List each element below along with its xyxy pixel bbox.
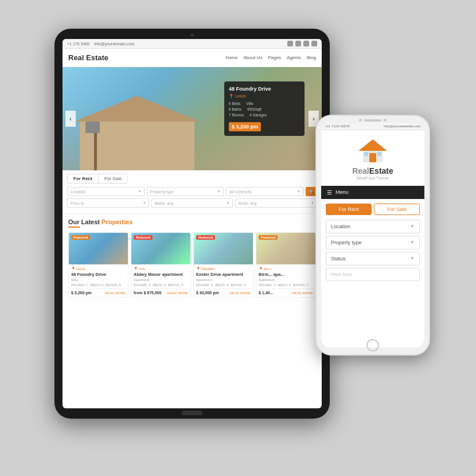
prop-stats-1: ROOMS: 7 BEDS: 6 BATHS: 8 — [71, 283, 126, 287]
prop-location-4: 📍 Birm... — [259, 267, 313, 271]
menu-label: Menu — [335, 189, 349, 195]
property-type-field[interactable]: Property type ▾ — [147, 187, 224, 196]
prop-read-3[interactable]: READ MORE — [230, 291, 251, 295]
phone-logo-text: RealEstate WodPress Theme — [352, 165, 393, 181]
nav-home[interactable]: Home — [225, 55, 237, 60]
property-image-3: Reduced — [194, 233, 253, 264]
property-badge-reduced-3: Reduced — [196, 235, 215, 240]
nav-agents[interactable]: Agents — [287, 55, 301, 60]
prop-name-3: Exeter Drive apartment — [196, 272, 251, 277]
search-tabs: For Rent For Sale — [67, 174, 128, 184]
site-topbar: +1 170 3460 info@yourdomain.com — [63, 39, 322, 49]
hero-property-card: 48 Foundry Drive 📍 Leeds 6 Beds Villa 8 … — [224, 81, 305, 136]
nav-about[interactable]: About Us — [243, 55, 262, 60]
hero-card-stats-row2: 8 Baths 9500sqft — [229, 107, 300, 111]
hero-section: ‹ › 48 Foundry Drive 📍 Leeds 6 Beds Vill… — [63, 67, 322, 170]
hero-card-stats-row1: 6 Beds Villa — [229, 102, 300, 106]
phone-location-dropdown[interactable]: Location ▼ — [326, 220, 420, 233]
prop-rooms-2: ROOMS: 5 — [134, 283, 150, 287]
beds-arrow: ▾ — [311, 201, 314, 205]
topbar-phone: +1 170 3460 — [67, 42, 89, 46]
hero-prev-button[interactable]: ‹ — [65, 111, 76, 127]
nav-blog[interactable]: Blog — [307, 55, 316, 60]
property-badge-featured: Featured — [71, 235, 90, 240]
prop-price-1: $ 3,200 pm — [71, 291, 92, 295]
svg-rect-4 — [377, 152, 381, 156]
prop-location-1: 📍 Leeds — [71, 267, 126, 271]
phone-status-arrow: ▼ — [410, 256, 415, 261]
tablet-screen: +1 170 3460 info@yourdomain.com Real Est… — [63, 39, 322, 408]
phone-property-type-label: Property type — [331, 240, 362, 245]
phone-property-type-dropdown[interactable]: Property type ▼ — [326, 236, 420, 249]
property-badge-featured-4: Featured — [259, 235, 278, 240]
contracts-arrow: ▾ — [298, 189, 300, 194]
phone-camera-dot — [359, 119, 362, 122]
location-label: Location — [71, 190, 85, 194]
contracts-label: All contracts — [229, 190, 251, 194]
price-field[interactable]: Price to ▾ — [67, 198, 149, 208]
linkedin-icon — [311, 41, 317, 46]
phone-home-button[interactable] — [366, 339, 379, 352]
phone-menu-bar[interactable]: ☰ Menu — [321, 186, 424, 199]
tablet-device: +1 170 3460 info@yourdomain.com Real Est… — [54, 29, 330, 419]
phone-price-field[interactable]: Price from — [326, 268, 420, 281]
property-type-label: Property type — [150, 190, 174, 194]
section-divider — [68, 227, 80, 228]
prop-baths-1: BATHS: 8 — [106, 283, 120, 287]
prop-read-2[interactable]: READ MORE — [167, 291, 188, 295]
baths-field[interactable]: Baths: any ▾ — [151, 198, 233, 208]
property-info-1: 📍 Leeds 48 Foundry Drive Villa ROOMS: 7 … — [69, 264, 128, 297]
phone-logo-area: RealEstate WodPress Theme — [321, 130, 424, 186]
property-card-3: Reduced 📍 Sheffield Exeter Drive apartme… — [193, 232, 253, 298]
topbar-socials — [287, 41, 317, 46]
twitter-icon — [303, 41, 309, 46]
location-field[interactable]: Location ▾ — [67, 187, 145, 196]
search-row-1: Location ▾ Property type ▾ All contracts… — [67, 187, 317, 196]
prop-name-1: 48 Foundry Drive — [71, 272, 126, 277]
prop-type-4: Apartment — [259, 278, 313, 282]
nav-pages[interactable]: Pages — [268, 55, 281, 60]
prop-rooms-3: ROOMS: 4 — [196, 283, 213, 287]
prop-read-4[interactable]: READ MORE — [292, 291, 313, 295]
property-type-arrow: ▾ — [218, 189, 220, 194]
hero-house-roof — [74, 96, 200, 122]
hero-card-title: 48 Foundry Drive — [229, 86, 300, 92]
search-area: For Rent For Sale Location ▾ Property ty… — [63, 170, 322, 214]
prop-rooms-4: ROOMS: 3 — [259, 283, 275, 287]
prop-beds-1: BEDS: 6 — [90, 283, 103, 287]
phone-tab-sale[interactable]: For Sale — [374, 204, 420, 215]
phone-price-placeholder: Price from — [331, 272, 352, 277]
prop-footer-1: $ 3,200 pm READ MORE — [71, 288, 126, 295]
properties-section: Our Latest Properties Featured 📍 Leeds 4… — [63, 214, 322, 302]
phone-logo-real: RealEstate — [352, 165, 393, 176]
site-logo: Real Estate — [68, 53, 108, 62]
property-card-1: Featured 📍 Leeds 48 Foundry Drive Villa … — [68, 232, 128, 298]
prop-baths-2: BATHS: 3 — [168, 283, 183, 287]
facebook-icon — [287, 41, 293, 46]
tab-for-sale[interactable]: For Sale — [99, 174, 127, 183]
contracts-field[interactable]: All contracts ▾ — [226, 187, 303, 196]
property-info-2: 📍 York Abbey Manor apartment Apartment R… — [131, 264, 190, 297]
tablet-camera — [190, 33, 194, 37]
property-image-1: Featured — [69, 233, 128, 264]
hero-beds: 6 Beds — [229, 102, 240, 106]
location-arrow: ▾ — [139, 189, 141, 194]
phone-device: +11 7123 43678 info@yourealestate.com — [315, 115, 430, 356]
property-info-3: 📍 Sheffield Exeter Drive apartment Apart… — [194, 264, 253, 297]
prop-read-1[interactable]: READ MORE — [105, 291, 126, 295]
beds-field[interactable]: Beds: any ▾ — [235, 198, 317, 208]
prop-footer-4: $ 1,40... READ MORE — [259, 288, 313, 295]
prop-price-3: $ 40,000 pm — [196, 291, 219, 295]
prop-footer-2: from $ 675,000 READ MORE — [134, 288, 188, 295]
prop-type-3: Apartment — [196, 278, 251, 282]
tab-for-rent[interactable]: For Rent — [68, 174, 99, 183]
phone-screen: +11 7123 43678 info@yourealestate.com — [321, 123, 424, 348]
phone-tab-rent[interactable]: For Rent — [326, 204, 372, 215]
hero-garages: 4 Garages — [249, 113, 267, 117]
phone-status-dropdown[interactable]: Status ▼ — [326, 252, 420, 266]
prop-baths-4: BATHS: 2 — [293, 283, 308, 287]
svg-rect-3 — [364, 152, 368, 156]
google-icon — [295, 41, 301, 46]
site-nav: Home About Us Pages Agents Blog — [225, 55, 316, 60]
logo-svg — [358, 137, 387, 163]
